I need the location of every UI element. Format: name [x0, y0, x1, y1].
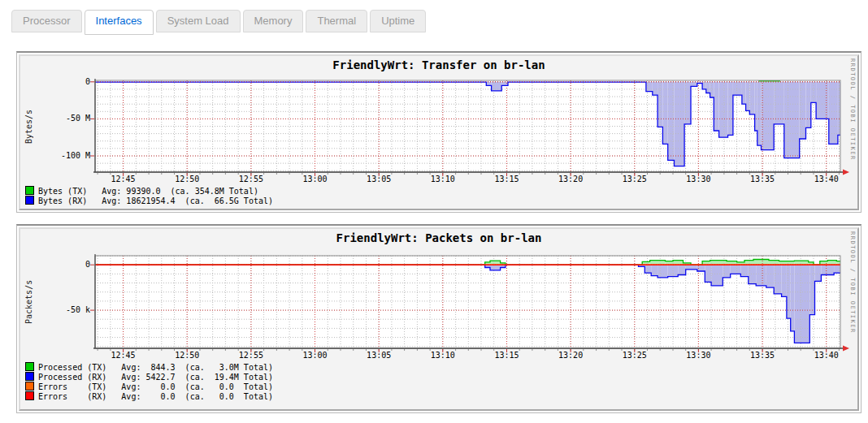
series-area: [820, 261, 828, 265]
series-area: [787, 265, 791, 318]
series-area: [784, 82, 800, 158]
x-tick-label: 12:50: [169, 351, 205, 360]
series-area: [815, 265, 822, 281]
series-area: [678, 265, 686, 274]
legend-item: Errors (TX) Avg: 0.0 (ca. 0.0 Total): [25, 382, 273, 391]
graph-title: FriendlyWrt: Transfer on br-lan: [20, 58, 857, 71]
series-area: [794, 261, 808, 265]
legend-color-swatch: [25, 382, 34, 391]
legend-color-swatch: [25, 362, 34, 371]
x-tick-label: 13:15: [488, 351, 524, 360]
tab-bar: ProcessorInterfacesSystem LoadMemoryTher…: [0, 0, 868, 35]
series-area: [762, 82, 775, 150]
legend-label: Bytes (TX) Avg: 99390.0 (ca. 354.8M Tota…: [38, 187, 258, 196]
rrdtool-watermark: RRDTOOL / TOBI OETIKER: [849, 231, 856, 334]
series-area: [486, 82, 491, 86]
x-tick-label: 13:20: [553, 175, 588, 183]
series-area: [705, 265, 711, 282]
x-tick-label: 13:25: [617, 175, 653, 183]
y-tick-label: 0: [35, 77, 90, 86]
y-tick-label: 0: [35, 260, 90, 269]
x-tick-label: 13:15: [488, 175, 524, 183]
series-area: [728, 82, 733, 136]
transfer-graph-box: FriendlyWrt: Transfer on br-lan Bytes/s …: [16, 51, 861, 213]
series-area: [490, 261, 501, 265]
legend-label: Processed (RX) Avg: 5422.7 (ca. 19.4M To…: [38, 373, 273, 382]
x-tick-label: 13:35: [744, 175, 780, 183]
y-axis-label: Packets/s: [23, 256, 34, 348]
series-area: [757, 82, 762, 145]
series-area: [791, 265, 795, 331]
series-area: [644, 265, 651, 273]
series-area: [658, 265, 668, 278]
series-area: [827, 261, 836, 265]
x-tick-label: 13:40: [809, 175, 844, 183]
tab-interfaces[interactable]: Interfaces: [85, 10, 154, 35]
x-tick-label: 13:30: [680, 351, 716, 360]
legend-label: Bytes (RX) Avg: 18621954.4 (ca. 66.5G To…: [38, 196, 273, 205]
graph-title: FriendlyWrt: Packets on br-lan: [20, 231, 857, 244]
x-tick-label: 12:50: [169, 175, 205, 183]
series-area: [501, 82, 508, 86]
x-tick-label: 13:40: [809, 351, 844, 360]
legend-color-swatch: [25, 391, 34, 400]
series-area: [836, 261, 840, 265]
legend-item: Bytes (RX) Avg: 18621954.4 (ca. 66.5G To…: [25, 196, 273, 205]
series-area: [753, 260, 769, 265]
packets-graph-box: FriendlyWrt: Packets on br-lan Packets/s…: [16, 224, 861, 413]
legend-label: Processed (TX) Avg: 844.3 (ca. 3.0M Tota…: [38, 363, 273, 372]
x-tick-label: 12:55: [233, 175, 269, 183]
y-tick-label: -100 M: [35, 151, 90, 160]
x-tick-label: 13:35: [744, 351, 780, 360]
series-area: [769, 261, 779, 265]
series-area: [794, 265, 809, 343]
series-area: [710, 82, 714, 97]
packets-graph-image: FriendlyWrt: Packets on br-lan Packets/s…: [19, 227, 859, 411]
x-tick-label: 13:10: [425, 351, 461, 360]
legend-item: Processed (TX) Avg: 844.3 (ca. 3.0M Tota…: [25, 362, 273, 372]
series-area: [490, 265, 501, 270]
tab-uptime[interactable]: Uptime: [370, 10, 426, 32]
series-area: [653, 82, 658, 95]
series-area: [686, 265, 697, 270]
x-tick-label: 13:10: [425, 175, 461, 183]
series-area: [666, 261, 674, 265]
series-area: [811, 82, 816, 103]
series-area: [662, 82, 667, 145]
x-tick-label: 13:25: [617, 351, 653, 360]
series-area: [740, 265, 749, 277]
series-area: [727, 261, 737, 265]
series-area: [702, 82, 706, 89]
series-area: [731, 265, 741, 274]
legend-color-swatch: [25, 372, 34, 381]
x-tick-label: 13:00: [297, 175, 333, 183]
x-tick-label: 12:55: [233, 351, 269, 360]
legend-label: Errors (RX) Avg: 0.0 (ca. 0.0 Total): [38, 392, 273, 401]
series-area: [673, 261, 684, 265]
y-tick-label: -50 M: [35, 114, 90, 123]
x-tick-label: 13:05: [361, 175, 397, 183]
tab-system-load[interactable]: System Load: [156, 10, 241, 32]
series-area: [829, 82, 838, 145]
series-area: [779, 261, 795, 265]
rrdtool-watermark: RRDTOOL / TOBI OETIKER: [849, 58, 856, 161]
tab-memory[interactable]: Memory: [243, 10, 304, 32]
series-area: [733, 82, 742, 95]
legend-item: Processed (RX) Avg: 5422.7 (ca. 19.4M To…: [25, 372, 273, 382]
y-tick-label: -50 k: [35, 305, 90, 314]
series-area: [766, 265, 774, 287]
tab-processor[interactable]: Processor: [11, 10, 82, 32]
series-area: [719, 82, 728, 137]
series-area: [702, 261, 710, 265]
series-area: [749, 265, 756, 283]
series-area: [691, 82, 697, 87]
legend-item: Errors (RX) Avg: 0.0 (ca. 0.0 Total): [25, 391, 273, 401]
x-tick-label: 12:45: [106, 175, 141, 183]
tab-thermal[interactable]: Thermal: [306, 10, 367, 32]
transfer-graph-image: FriendlyWrt: Transfer on br-lan Bytes/s …: [19, 54, 859, 210]
series-area: [816, 82, 829, 119]
series-area: [806, 82, 811, 128]
series-area: [650, 261, 666, 265]
legend-label: Errors (TX) Avg: 0.0 (ca. 0.0 Total): [38, 382, 273, 391]
x-tick-label: 13:00: [297, 351, 333, 360]
